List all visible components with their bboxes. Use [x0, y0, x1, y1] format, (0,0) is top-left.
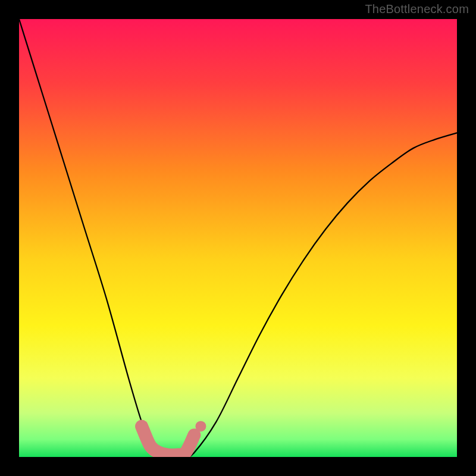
- bottleneck-curve: [19, 19, 457, 457]
- optimal-range-endpoint: [195, 421, 206, 431]
- bottleneck-curve-layer: [19, 19, 457, 457]
- chart-canvas: TheBottleneck.com: [0, 0, 476, 476]
- watermark-text: TheBottleneck.com: [365, 2, 469, 16]
- plot-area: [19, 19, 457, 457]
- optimal-range-highlight: [142, 426, 194, 455]
